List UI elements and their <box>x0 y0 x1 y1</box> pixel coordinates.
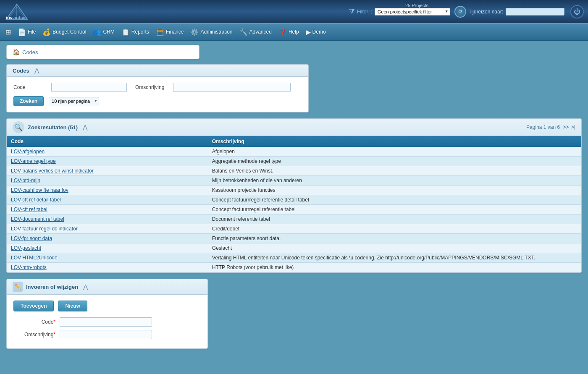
code-link[interactable]: LOV-geslacht <box>11 245 41 251</box>
pagination-next[interactable]: >> <box>563 124 569 130</box>
table-cell-code: LOV-geslacht <box>7 243 208 253</box>
omschrijving-input[interactable] <box>173 83 291 92</box>
table-row: LOV-document ref tabelDocument referenti… <box>7 214 581 224</box>
col-header-omschrijving: Omschrijving <box>208 136 581 147</box>
table-row: LOV-HTML2UnicodeVertaling HTML entiteite… <box>7 253 581 263</box>
admin-icon: ⚙️ <box>190 28 199 36</box>
nav-label-budget: Budget Control <box>52 29 86 35</box>
code-field-input[interactable] <box>60 317 152 327</box>
table-cell-omschrijving: Concept factuurrregel referentie tabel <box>208 205 581 214</box>
filter-separator: : <box>370 9 372 15</box>
nav-label-file: File <box>28 29 36 35</box>
code-link[interactable]: LOV-ame regel type <box>11 158 56 164</box>
code-link[interactable]: LOV-fpr soort data <box>11 235 52 241</box>
results-table-container: Code Omschrijving LOV-afgelopenAfgelopen… <box>7 136 581 272</box>
results-panel: 🔍 Zoekresultaten (51) ⋀ Pagina 1 van 6 >… <box>6 118 582 273</box>
breadcrumb-text: Codes <box>22 49 38 55</box>
search-button[interactable]: Zoeken <box>13 96 44 106</box>
filter-select[interactable]: Geen projectspecifiek filter <box>375 8 450 16</box>
budget-icon: 💰 <box>42 28 51 36</box>
input-header: ✏️ Invoeren of wijzigen ⋀ <box>7 279 207 295</box>
nav-item-advanced[interactable]: 🔧 Advanced <box>236 26 275 39</box>
table-cell-code: LOV-HTML2Unicode <box>7 253 208 263</box>
code-link[interactable]: LOV-HTML2Unicode <box>11 255 58 261</box>
code-link[interactable]: LOV-cft ref tabel <box>11 207 47 212</box>
home-icon: 🏠 <box>13 49 20 55</box>
tijdreizen-label: Tijdreizen naar: <box>469 9 503 15</box>
input-section-title: Invoeren of wijzigen <box>26 284 78 290</box>
table-cell-omschrijving: Mijn betrokkenheden of die van anderen <box>208 176 581 186</box>
codes-search-panel: Codes ⋀ Code Omschrijving Zoeken 10 rije… <box>6 64 309 112</box>
results-table: Code Omschrijving LOV-afgelopenAfgelopen… <box>7 136 581 272</box>
table-cell-code: LOV-fpr soort data <box>7 234 208 243</box>
results-header: 🔍 Zoekresultaten (51) ⋀ Pagina 1 van 6 >… <box>7 119 581 136</box>
nieuw-button[interactable]: Nieuw <box>58 301 87 311</box>
nav-item-crm[interactable]: 👥 CRM <box>89 26 118 39</box>
nav-label-reports: Reports <box>131 29 149 35</box>
search-row: Zoeken 10 rijen per pagina 25 rijen per … <box>13 96 302 106</box>
input-section-icon: ✏️ <box>13 282 23 292</box>
nav-item-home[interactable]: ⊞ <box>2 26 14 39</box>
table-cell-omschrijving: Credit/debet <box>208 224 581 234</box>
nav-item-finance[interactable]: 🧮 Finance <box>152 26 187 39</box>
nav-item-demo[interactable]: ▶ Demo <box>302 26 329 39</box>
table-row: LOV-cft ref detail tabelConcept factuurr… <box>7 195 581 205</box>
code-link[interactable]: LOV-cashflow fte naar lov <box>11 187 68 193</box>
results-tbody: LOV-afgelopenAfgelopenLOV-ame regel type… <box>7 147 581 272</box>
collapse-results-button[interactable]: ⋀ <box>83 124 87 131</box>
table-cell-code: LOV-cashflow fte naar lov <box>7 186 208 195</box>
table-cell-omschrijving: Balans en Verlies en Winst. <box>208 166 581 176</box>
tijdreizen-input[interactable] <box>506 8 564 16</box>
pagination-last[interactable]: >| <box>571 124 575 130</box>
code-link[interactable]: LOV-http-robots <box>11 264 47 270</box>
collapse-input-button[interactable]: ⋀ <box>83 283 88 290</box>
tijdreizen-icon: ⏱ <box>454 6 466 18</box>
table-row: LOV-factuur regel dc indicatorCredit/deb… <box>7 224 581 234</box>
code-link[interactable]: LOV-balans verlies en winst indicator <box>11 168 94 174</box>
finance-icon: 🧮 <box>156 28 164 36</box>
nav-label-help: Help <box>289 29 299 35</box>
codes-section-header: Codes ⋀ <box>7 65 308 77</box>
help-icon: ❓ <box>278 28 287 36</box>
code-link[interactable]: LOV-btd-mijn <box>11 178 40 183</box>
pagination-info: Pagina 1 van 6 >> >| <box>526 124 575 130</box>
nav-label-administration: Administration <box>200 29 232 35</box>
nav-item-help[interactable]: ❓ Help <box>275 26 302 39</box>
file-icon: 📄 <box>18 28 26 36</box>
code-link[interactable]: LOV-document ref tabel <box>11 216 64 222</box>
pagination-text: Pagina 1 van 6 <box>526 124 560 130</box>
omschrijving-field-input[interactable] <box>60 330 152 339</box>
svg-text:antive: antive <box>13 15 27 20</box>
table-cell-code: LOV-btd-mijn <box>7 176 208 186</box>
nav-item-budget-control[interactable]: 💰 Budget Control <box>39 26 89 39</box>
code-link[interactable]: LOV-cft ref detail tabel <box>11 197 61 203</box>
omschrijving-field-row: Omschrijving* <box>13 330 201 339</box>
nav-item-file[interactable]: 📄 File <box>14 26 39 39</box>
code-link[interactable]: LOV-afgelopen <box>11 149 45 154</box>
reports-icon: 📋 <box>121 28 130 36</box>
table-cell-code: LOV-cft ref tabel <box>7 205 208 214</box>
nav-bar: ⊞ 📄 File 💰 Budget Control 👥 CRM 📋 Report… <box>0 23 588 41</box>
rows-per-page-select[interactable]: 10 rijen per pagina 25 rijen per pagina … <box>49 97 99 105</box>
code-label: Code <box>13 84 43 90</box>
nav-item-reports[interactable]: 📋 Reports <box>118 26 152 39</box>
nav-item-administration[interactable]: ⚙️ Administration <box>187 26 236 39</box>
table-row: LOV-balans verlies en winst indicatorBal… <box>7 166 581 176</box>
code-input[interactable] <box>51 83 127 92</box>
table-cell-code: LOV-http-robots <box>7 263 208 272</box>
table-cell-code: LOV-ame regel type <box>7 157 208 166</box>
table-cell-omschrijving: Concept factuurrregel referentie detail … <box>208 195 581 205</box>
nav-label-finance: Finance <box>166 29 184 35</box>
toevoegen-button[interactable]: Toevoegen <box>13 301 54 311</box>
code-link[interactable]: LOV-factuur regel dc indicator <box>11 226 78 232</box>
filter-dropdown-wrap: Geen projectspecifiek filter <box>375 8 450 16</box>
table-cell-omschrijving: Vertaling HTML entiteiten naar Unicode t… <box>208 253 581 263</box>
filter-link[interactable]: Filter <box>357 9 368 15</box>
table-row: LOV-http-robotsHTTP Robots (voor gebruik… <box>7 263 581 272</box>
power-button[interactable]: ⏻ <box>570 5 584 18</box>
table-row: LOV-cft ref tabelConcept factuurrregel r… <box>7 205 581 214</box>
nav-label-advanced: Advanced <box>249 29 272 35</box>
collapse-codes-button[interactable]: ⋀ <box>34 67 39 74</box>
table-cell-code: LOV-cft ref detail tabel <box>7 195 208 205</box>
table-row: LOV-geslachtGeslacht <box>7 243 581 253</box>
